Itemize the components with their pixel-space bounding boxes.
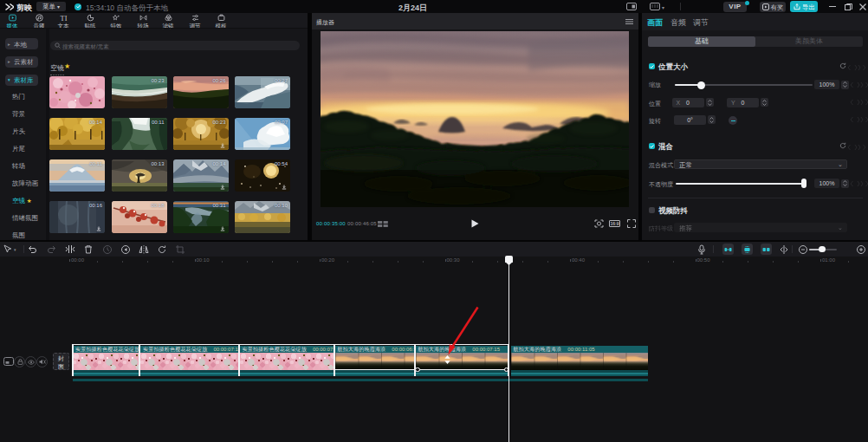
svg-text:TI: TI bbox=[60, 15, 67, 23]
